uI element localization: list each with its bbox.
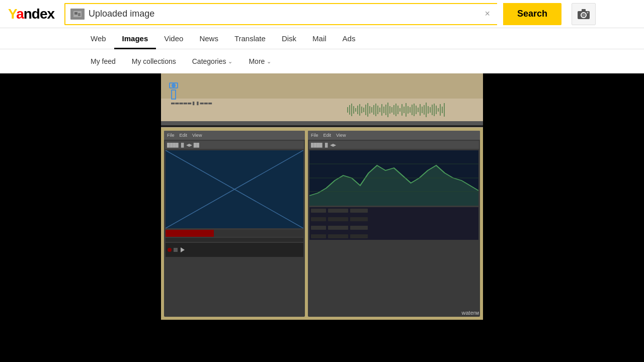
svg-point-8 (587, 12, 589, 13)
svg-rect-44 (418, 108, 419, 112)
svg-rect-9 (347, 107, 348, 113)
nav-ads[interactable]: Ads (335, 28, 364, 49)
svg-rect-50 (430, 107, 431, 113)
sub-nav: My feed My collections Categories ⌄ More… (0, 49, 644, 73)
yandex-logo[interactable]: Yandex (8, 6, 54, 22)
svg-rect-54 (438, 108, 439, 112)
svg-rect-23 (375, 104, 376, 116)
uploaded-image-display: ▬▬▬▬▬▮▮▬▬▬ (161, 73, 483, 362)
svg-rect-35 (399, 108, 400, 112)
svg-rect-25 (379, 108, 380, 112)
header: Yandex × Search (0, 0, 644, 28)
clear-icon[interactable]: × (483, 9, 493, 19)
svg-rect-7 (582, 9, 586, 12)
logo-y: Y (8, 6, 16, 22)
svg-rect-29 (387, 103, 388, 117)
svg-rect-2 (74, 12, 77, 15)
svg-rect-32 (393, 105, 394, 115)
svg-rect-51 (432, 105, 433, 115)
svg-rect-24 (377, 106, 378, 114)
search-bar: × (64, 3, 497, 25)
svg-rect-11 (351, 104, 352, 116)
img-right-panel: FileEditView ████ ▐▌ ◀▶ (308, 131, 480, 317)
svg-rect-41 (412, 105, 413, 115)
nav-images[interactable]: Images (114, 28, 156, 49)
svg-rect-37 (404, 107, 405, 113)
svg-rect-46 (422, 107, 423, 113)
uploaded-image-thumbnail (70, 9, 85, 20)
img-timeline-bar (161, 121, 483, 125)
nav-news[interactable]: News (191, 28, 226, 49)
svg-rect-20 (369, 106, 370, 114)
img-right-panel-toolbar: ████ ▐▌ ◀▶ (309, 141, 479, 149)
img-xy-pad (166, 150, 303, 228)
svg-rect-12 (353, 106, 354, 114)
nav-mail[interactable]: Mail (304, 28, 335, 49)
svg-marker-60 (309, 165, 478, 206)
nav-disk[interactable]: Disk (274, 28, 304, 49)
img-spectrum-display (309, 150, 478, 206)
main-content: ▬▬▬▬▬▮▮▬▬▬ (0, 73, 644, 362)
svg-rect-55 (440, 104, 441, 116)
svg-rect-38 (406, 103, 407, 117)
audio-software-screenshot: ▬▬▬▬▬▮▮▬▬▬ (161, 73, 483, 320)
nav-translate[interactable]: Translate (226, 28, 274, 49)
categories-chevron-icon: ⌄ (228, 58, 232, 65)
svg-rect-57 (444, 103, 445, 117)
svg-rect-13 (355, 108, 356, 112)
svg-rect-26 (381, 104, 382, 116)
svg-rect-14 (357, 106, 358, 114)
svg-rect-49 (428, 106, 429, 114)
svg-rect-17 (363, 108, 364, 112)
main-nav: Web Images Video News Translate Disk Mai… (0, 28, 644, 49)
svg-rect-31 (391, 107, 392, 113)
svg-rect-45 (420, 104, 421, 116)
svg-rect-34 (397, 106, 398, 114)
svg-rect-21 (371, 107, 372, 113)
svg-rect-33 (395, 104, 396, 116)
img-left-panel-header: FileEditView (164, 131, 305, 140)
nav-video[interactable]: Video (156, 28, 191, 49)
sub-nav-categories[interactable]: Categories ⌄ (184, 52, 241, 70)
svg-rect-36 (401, 104, 403, 116)
more-chevron-icon: ⌄ (267, 58, 271, 65)
img-right-panel-header: FileEditView (308, 131, 480, 140)
search-button[interactable]: Search (503, 3, 561, 25)
camera-button[interactable] (572, 3, 596, 25)
sub-nav-my-feed[interactable]: My feed (83, 52, 124, 70)
svg-rect-3 (78, 13, 80, 16)
plugin-icon-bottom (171, 89, 176, 100)
svg-rect-53 (436, 106, 437, 114)
svg-rect-40 (410, 107, 411, 113)
search-input[interactable] (89, 9, 478, 19)
logo-a: a (16, 6, 24, 22)
img-data-table (309, 207, 478, 240)
logo-ndex: ndex (24, 6, 54, 22)
svg-rect-56 (442, 107, 443, 113)
img-left-panel-toolbar: ████ ▐▌ ◀▶ ██ (165, 141, 304, 149)
svg-rect-10 (349, 105, 350, 115)
svg-rect-39 (408, 106, 409, 114)
sub-nav-more[interactable]: More ⌄ (240, 52, 279, 70)
svg-rect-27 (383, 107, 384, 113)
nav-web[interactable]: Web (83, 28, 114, 49)
img-waveform-right (347, 101, 478, 119)
img-waveform-text-left: ▬▬▬▬▬▮▮▬▬▬ (171, 100, 212, 107)
img-left-panel: FileEditView ████ ▐▌ ◀▶ ██ (164, 131, 305, 317)
svg-rect-47 (424, 105, 425, 115)
svg-rect-18 (365, 105, 366, 115)
svg-rect-16 (361, 107, 362, 113)
watermark: waterм (462, 310, 479, 316)
img-red-progress (166, 230, 303, 237)
svg-rect-30 (389, 106, 390, 114)
img-transport (166, 243, 303, 257)
svg-rect-52 (434, 104, 435, 116)
sub-nav-my-collections[interactable]: My collections (124, 52, 184, 70)
plugin-icon-top (169, 82, 178, 88)
svg-point-6 (582, 14, 585, 17)
img-panels-section: FileEditView ████ ▐▌ ◀▶ ██ (161, 128, 483, 320)
svg-rect-42 (414, 104, 415, 116)
img-dark-divider (161, 125, 483, 127)
svg-rect-48 (426, 103, 427, 117)
camera-icon (578, 9, 590, 19)
